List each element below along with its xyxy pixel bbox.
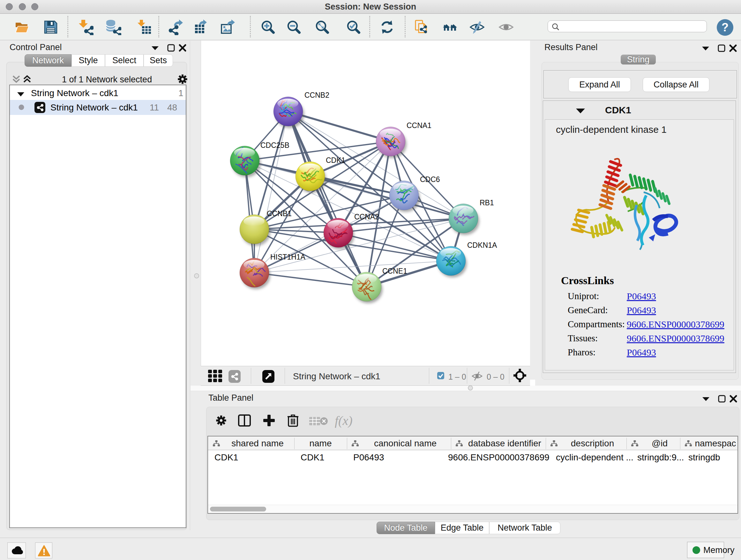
svg-text:HIST1H1A: HIST1H1A: [270, 253, 306, 261]
svg-text:CCNA2: CCNA2: [354, 212, 379, 221]
svg-text:CCNB2: CCNB2: [305, 91, 329, 99]
svg-text:CCNB1: CCNB1: [267, 209, 292, 218]
svg-text:RB1: RB1: [480, 199, 494, 207]
svg-text:CDK1: CDK1: [326, 156, 345, 165]
svg-text:CDC6: CDC6: [420, 175, 440, 184]
svg-text:CDKN1A: CDKN1A: [467, 241, 497, 249]
svg-text:CCNA1: CCNA1: [407, 121, 431, 130]
svg-text:CDC25B: CDC25B: [260, 141, 289, 149]
svg-text:CCNE1: CCNE1: [382, 267, 407, 275]
svg-text:?: ?: [722, 21, 729, 34]
